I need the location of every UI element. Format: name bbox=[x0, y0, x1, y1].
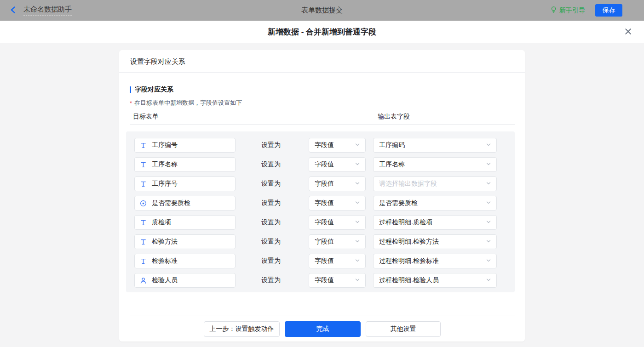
output-field-selected: 工序编码 bbox=[379, 141, 405, 149]
output-field-selected: 是否需要质检 bbox=[379, 199, 418, 207]
value-mode-dropdown[interactable]: 字段值 bbox=[309, 176, 366, 191]
value-mode-dropdown[interactable]: 字段值 bbox=[309, 234, 366, 249]
chevron-down-icon bbox=[355, 257, 360, 265]
output-field-dropdown[interactable]: 工序名称 bbox=[373, 157, 497, 172]
target-field-select[interactable]: 检验标准 bbox=[134, 254, 236, 268]
target-field-label: 工序序号 bbox=[152, 180, 178, 188]
output-field-selected: 过程检明细.检验标准 bbox=[379, 257, 439, 265]
beginner-guide-link[interactable]: 新手引导 bbox=[550, 6, 585, 15]
value-mode-dropdown[interactable]: 字段值 bbox=[309, 254, 366, 268]
lightbulb-icon bbox=[550, 6, 557, 15]
value-mode-dropdown[interactable]: 字段值 bbox=[309, 138, 366, 153]
chevron-down-icon bbox=[486, 142, 491, 149]
value-mode-dropdown[interactable]: 字段值 bbox=[309, 215, 366, 230]
output-field-dropdown[interactable]: 请选择输出数据字段 bbox=[373, 176, 497, 191]
target-field-select[interactable]: 是否需要质检 bbox=[134, 196, 236, 210]
page-title: 表单数据提交 bbox=[0, 6, 644, 15]
chevron-down-icon bbox=[486, 180, 491, 188]
target-field-label: 检验标准 bbox=[152, 257, 178, 265]
output-field-dropdown[interactable]: 过程检明细.检验标准 bbox=[373, 254, 497, 268]
mapping-row: 检验标准设置为字段值过程检明细.检验标准 bbox=[134, 254, 515, 268]
chevron-down-icon bbox=[355, 219, 360, 226]
target-field-label: 检验人员 bbox=[152, 276, 178, 284]
mapping-row: 检验方法设置为字段值过程检明细.检验方法 bbox=[134, 234, 515, 249]
dialog-body: 设置字段对应关系 字段对应关系 * 在目标表单中新增数据，字段值设置如下 目标表… bbox=[0, 50, 644, 347]
value-mode-selected: 字段值 bbox=[315, 218, 334, 227]
value-mode-selected: 字段值 bbox=[315, 199, 334, 207]
output-field-selected: 过程检明细.检验人员 bbox=[379, 276, 439, 284]
set-as-label: 设置为 bbox=[261, 218, 282, 227]
output-field-selected: 过程检明细.质检项 bbox=[379, 218, 432, 227]
chevron-down-icon bbox=[486, 219, 491, 226]
back-button[interactable] bbox=[9, 6, 17, 15]
set-as-label: 设置为 bbox=[261, 141, 282, 149]
chevron-down-icon bbox=[486, 199, 491, 207]
mapping-row: 检验人员设置为字段值过程检明细.检验人员 bbox=[134, 273, 515, 288]
text-field-icon bbox=[140, 239, 147, 245]
target-field-label: 检验方法 bbox=[152, 238, 178, 246]
output-field-selected: 请选择输出数据字段 bbox=[379, 180, 437, 188]
mapping-row: 工序序号设置为字段值请选择输出数据字段 bbox=[134, 176, 515, 191]
previous-step-button[interactable]: 上一步：设置触发动作 bbox=[204, 321, 280, 337]
hint-text: 在目标表单中新增数据，字段值设置如下 bbox=[134, 99, 242, 107]
column-header-output-fields: 输出表字段 bbox=[378, 113, 410, 121]
chevron-down-icon bbox=[355, 180, 360, 188]
section-title-text: 字段对应关系 bbox=[135, 85, 173, 94]
chevron-down-icon bbox=[355, 142, 360, 149]
value-mode-dropdown[interactable]: 字段值 bbox=[309, 196, 366, 210]
footer-actions: 上一步：设置触发动作 完成 其他设置 bbox=[130, 315, 515, 341]
target-field-label: 工序名称 bbox=[152, 160, 178, 169]
section-accent-bar bbox=[130, 86, 131, 93]
output-field-dropdown[interactable]: 工序编码 bbox=[373, 138, 497, 153]
target-field-select[interactable]: 工序名称 bbox=[134, 157, 236, 172]
section-title: 字段对应关系 bbox=[130, 85, 515, 94]
value-mode-selected: 字段值 bbox=[315, 276, 334, 284]
dialog-header: 新增数据 - 合并新增到普通字段 bbox=[0, 21, 644, 43]
target-field-select[interactable]: 工序序号 bbox=[134, 176, 236, 191]
target-field-label: 工序编号 bbox=[152, 141, 178, 149]
column-headers: 目标表单 输出表字段 bbox=[130, 113, 515, 125]
mapping-row: 工序名称设置为字段值工序名称 bbox=[134, 157, 515, 172]
chevron-down-icon bbox=[486, 238, 491, 245]
output-field-selected: 工序名称 bbox=[379, 160, 405, 169]
hint-row: * 在目标表单中新增数据，字段值设置如下 bbox=[130, 99, 515, 107]
other-settings-button[interactable]: 其他设置 bbox=[366, 321, 441, 337]
text-field-icon bbox=[140, 161, 147, 168]
assistant-name[interactable]: 未命名数据助手 bbox=[23, 5, 72, 16]
card-header-title: 设置字段对应关系 bbox=[119, 50, 525, 73]
chevron-down-icon bbox=[355, 199, 360, 207]
value-mode-selected: 字段值 bbox=[315, 238, 334, 246]
value-mode-dropdown[interactable]: 字段值 bbox=[309, 273, 366, 288]
text-field-icon bbox=[140, 142, 147, 149]
value-mode-dropdown[interactable]: 字段值 bbox=[309, 157, 366, 172]
text-field-icon bbox=[140, 181, 147, 188]
target-field-select[interactable]: 检验人员 bbox=[134, 273, 236, 288]
output-field-dropdown[interactable]: 是否需要质检 bbox=[373, 196, 497, 210]
output-field-dropdown[interactable]: 过程检明细.检验方法 bbox=[373, 234, 497, 249]
dialog-title: 新增数据 - 合并新增到普通字段 bbox=[268, 27, 376, 37]
column-header-target-form: 目标表单 bbox=[133, 113, 159, 121]
back-chevron-icon bbox=[9, 6, 17, 15]
target-field-label: 是否需要质检 bbox=[152, 199, 190, 207]
beginner-guide-label: 新手引导 bbox=[559, 6, 585, 15]
output-field-dropdown[interactable]: 过程检明细.检验人员 bbox=[373, 273, 497, 288]
value-mode-selected: 字段值 bbox=[315, 180, 334, 188]
chevron-down-icon bbox=[486, 277, 491, 284]
radio-field-icon bbox=[140, 200, 147, 207]
target-field-select[interactable]: 工序编号 bbox=[134, 138, 236, 153]
mapping-row: 是否需要质检设置为字段值是否需要质检 bbox=[134, 196, 515, 210]
done-button[interactable]: 完成 bbox=[285, 321, 361, 337]
value-mode-selected: 字段值 bbox=[315, 160, 334, 169]
close-icon[interactable] bbox=[624, 28, 632, 35]
mapping-row: 工序编号设置为字段值工序编码 bbox=[134, 138, 515, 153]
save-button[interactable]: 保存 bbox=[595, 4, 622, 17]
set-as-label: 设置为 bbox=[261, 180, 282, 188]
field-mapping-card: 设置字段对应关系 字段对应关系 * 在目标表单中新增数据，字段值设置如下 目标表… bbox=[119, 50, 525, 341]
target-field-select[interactable]: 质检项 bbox=[134, 215, 236, 230]
target-field-select[interactable]: 检验方法 bbox=[134, 234, 236, 249]
chevron-down-icon bbox=[486, 257, 491, 265]
top-bar: 未命名数据助手 表单数据提交 新手引导 保存 bbox=[0, 0, 644, 21]
chevron-down-icon bbox=[486, 161, 491, 168]
mapping-row: 质检项设置为字段值过程检明细.质检项 bbox=[134, 215, 515, 230]
output-field-dropdown[interactable]: 过程检明细.质检项 bbox=[373, 215, 497, 230]
